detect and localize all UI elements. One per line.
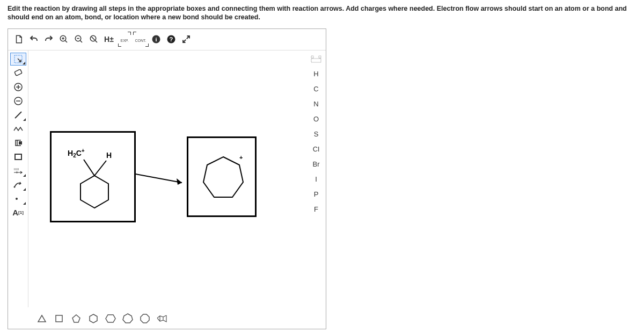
element-p[interactable]: P [309,188,324,201]
svg-line-20 [84,160,94,176]
rxn-arrow-tool[interactable]: + [10,164,26,177]
charge-minus-tool[interactable] [10,95,26,107]
element-n[interactable]: N [309,98,324,111]
zoom-in-button[interactable] [56,32,71,47]
svg-marker-22 [203,157,243,197]
svg-rect-8 [14,69,21,76]
svg-rect-26 [56,315,62,322]
svg-line-23 [136,174,182,183]
box-tool[interactable] [10,150,26,163]
eraser-tool[interactable] [10,67,26,80]
template-tool[interactable] [10,136,26,149]
hydrogen-pm-button[interactable]: H± [101,32,116,47]
svg-marker-27 [72,315,80,322]
svg-line-21 [94,161,106,176]
chain-tool[interactable] [10,122,26,135]
curved-arrow-tool[interactable] [10,178,26,191]
chemistry-editor: H± EXP. CONT. i ? [8,28,326,329]
radical-tool[interactable] [10,192,26,205]
element-c[interactable]: C [309,83,324,96]
ch2-label: H2C+ [68,148,85,158]
svg-marker-25 [38,315,46,322]
svg-rect-12 [15,154,21,160]
element-o[interactable]: O [309,113,324,126]
svg-point-15 [16,198,18,200]
element-cl[interactable]: Cl [309,143,324,156]
svg-rect-17 [319,56,321,58]
heptagon-ring[interactable] [121,312,135,326]
left-toolbar: + A[1] [8,50,28,307]
top-toolbar: H± EXP. CONT. i ? [8,29,326,50]
svg-marker-24 [177,178,182,185]
svg-rect-11 [19,141,22,145]
right-toolbar: H C N O S Cl Br I P F [306,50,326,216]
element-i[interactable]: I [309,173,324,186]
triangle-ring[interactable] [35,312,49,326]
svg-marker-31 [141,314,149,323]
marquee-tool[interactable] [10,53,26,66]
charge-plus-tool[interactable] [10,81,26,93]
drawing-canvas[interactable]: H2C+ H + [28,50,306,308]
reaction-arrow[interactable] [135,173,188,189]
new-button[interactable] [11,32,26,47]
element-s[interactable]: S [309,128,324,141]
svg-marker-19 [80,176,108,208]
svg-text:?: ? [170,36,173,42]
h-label: H [106,151,112,160]
redo-button[interactable] [41,32,56,47]
info-button[interactable]: i [149,32,164,47]
instructions-text: Edit the reaction by drawing all steps i… [0,0,644,24]
chair-ring[interactable] [155,312,169,326]
hexagon-ring[interactable] [86,312,100,326]
svg-marker-28 [90,314,97,323]
reaction-step-box-1[interactable]: H2C+ H [50,131,136,222]
svg-rect-16 [311,56,313,58]
svg-marker-30 [123,314,133,323]
svg-point-14 [13,186,15,187]
zoom-out-button[interactable] [71,32,86,47]
pentagon-ring[interactable] [69,312,83,326]
hexagon-ring-alt[interactable] [104,312,118,326]
undo-button[interactable] [26,32,41,47]
cont-button[interactable]: CONT. [133,32,149,47]
zoom-fit-button[interactable] [86,32,101,47]
element-f[interactable]: F [309,203,324,216]
svg-text:i: i [156,37,157,42]
bond-tool[interactable] [10,109,26,121]
octagon-ring[interactable] [138,312,152,326]
svg-rect-18 [311,59,321,62]
square-ring[interactable] [52,312,66,326]
exp-button[interactable]: EXP. [116,32,133,47]
element-br[interactable]: Br [309,158,324,171]
expand-button[interactable] [179,32,194,47]
periodic-table-button[interactable] [309,53,324,66]
atom-label-tool[interactable]: A[1] [10,206,26,219]
reaction-step-box-2[interactable]: + [187,136,257,217]
help-button[interactable]: ? [164,32,179,47]
svg-marker-29 [106,315,115,322]
element-h[interactable]: H [309,68,324,81]
charge-label: + [239,154,243,161]
bottom-toolbar [28,308,169,329]
